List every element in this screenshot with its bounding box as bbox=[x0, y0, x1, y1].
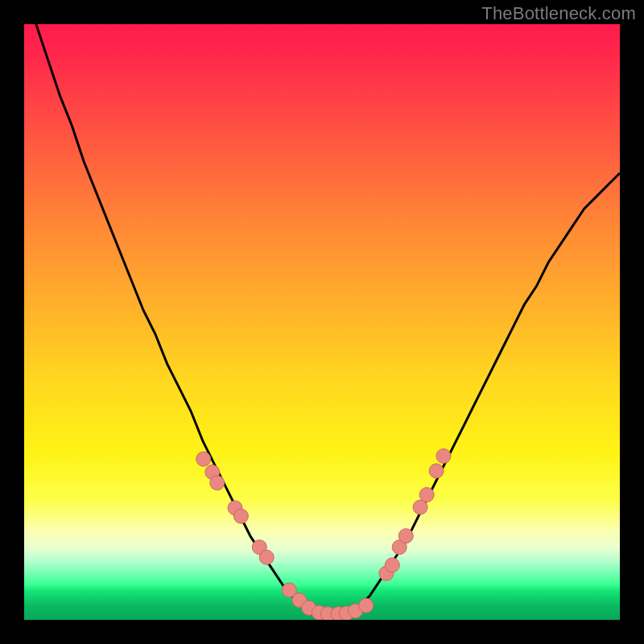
data-dot bbox=[436, 449, 451, 464]
watermark-text: TheBottleneck.com bbox=[481, 3, 636, 24]
plot-area bbox=[24, 24, 620, 620]
data-dot bbox=[233, 509, 248, 523]
data-dot bbox=[385, 558, 399, 572]
data-dot bbox=[210, 476, 225, 490]
data-dots bbox=[196, 449, 451, 621]
data-dot bbox=[196, 452, 211, 466]
bottleneck-curve bbox=[24, 24, 620, 614]
data-dot bbox=[398, 529, 413, 543]
data-dot bbox=[419, 488, 434, 502]
chart-svg bbox=[24, 24, 620, 620]
chart-frame: TheBottleneck.com bbox=[0, 0, 644, 644]
data-dot bbox=[259, 550, 274, 564]
data-dot bbox=[429, 464, 444, 478]
data-dot bbox=[359, 598, 374, 613]
